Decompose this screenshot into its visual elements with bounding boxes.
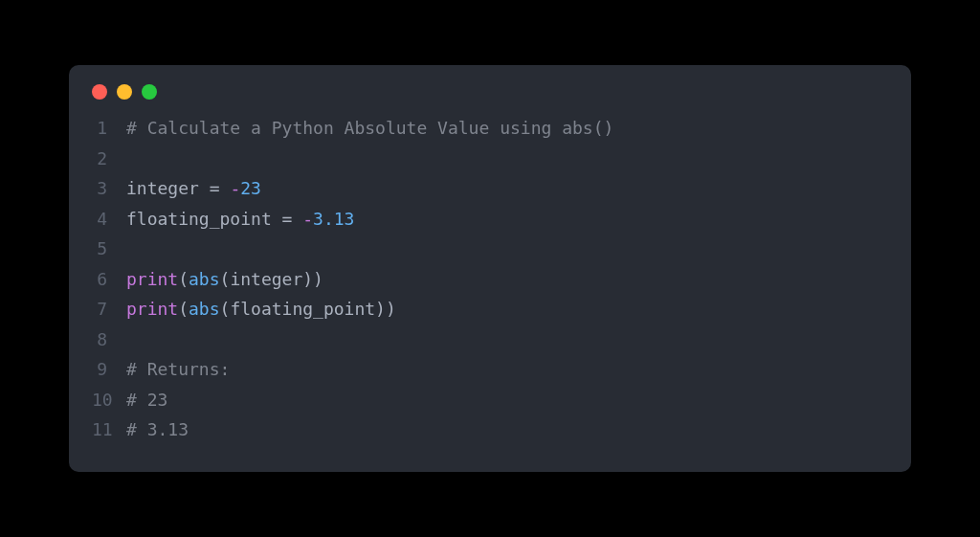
line-content: # Calculate a Python Absolute Value usin… [126,113,613,144]
line-content [126,324,137,355]
token-punct: ( [220,269,231,289]
token-ident: integer [230,269,302,289]
token-punct: ( [178,269,189,289]
titlebar [69,84,911,113]
line-content: # Returns: [126,354,230,385]
token-number: 23 [240,178,261,198]
token-minus: - [230,178,240,198]
token-ident: floating_point [126,209,282,229]
line-number: 11 [92,414,126,445]
code-window: 1# Calculate a Python Absolute Value usi… [69,65,911,472]
code-block: 1# Calculate a Python Absolute Value usi… [69,113,911,445]
token-func: abs [189,299,220,319]
token-punct: ( [220,299,231,319]
minimize-icon[interactable] [117,84,132,100]
line-content: print(abs(integer)) [126,264,323,295]
token-builtin: print [126,269,178,289]
code-line: 7print(abs(floating_point)) [92,294,888,324]
code-line: 2 [92,144,888,174]
line-content: floating_point = -3.13 [126,204,354,235]
line-number: 2 [92,144,126,174]
line-number: 1 [92,113,126,144]
line-content: # 23 [126,385,167,415]
close-icon[interactable] [92,84,107,100]
code-line: 10# 23 [92,385,888,415]
token-punct: )) [375,299,396,319]
code-line: 1# Calculate a Python Absolute Value usi… [92,113,888,144]
code-line: 5 [92,234,888,264]
line-content [126,234,137,264]
code-line: 11# 3.13 [92,414,888,445]
code-line: 6print(abs(integer)) [92,264,888,295]
line-content [126,144,137,174]
code-line: 8 [92,324,888,355]
line-number: 6 [92,264,126,295]
line-number: 7 [92,294,126,324]
token-op: = [210,178,220,198]
maximize-icon[interactable] [142,84,157,100]
line-number: 5 [92,234,126,264]
token-ident [292,209,302,229]
token-ident: integer [126,178,210,198]
token-ident: floating_point [230,299,375,319]
token-comment: # 23 [126,390,167,410]
token-op: = [282,209,293,229]
code-line: 3integer = -23 [92,173,888,204]
line-number: 3 [92,173,126,204]
line-number: 9 [92,354,126,385]
token-number: 3.13 [313,209,354,229]
line-content: # 3.13 [126,414,189,445]
line-content: print(abs(floating_point)) [126,294,396,324]
token-comment: # Calculate a Python Absolute Value usin… [126,118,613,138]
code-line: 4floating_point = -3.13 [92,204,888,235]
line-number: 4 [92,204,126,235]
token-ident [220,178,231,198]
token-builtin: print [126,299,178,319]
token-punct: )) [302,269,323,289]
line-number: 8 [92,324,126,355]
token-minus: - [302,209,313,229]
token-comment: # Returns: [126,359,230,379]
token-punct: ( [178,299,189,319]
code-line: 9# Returns: [92,354,888,385]
token-func: abs [189,269,220,289]
token-comment: # 3.13 [126,419,189,439]
line-content: integer = -23 [126,173,261,204]
line-number: 10 [92,385,126,415]
